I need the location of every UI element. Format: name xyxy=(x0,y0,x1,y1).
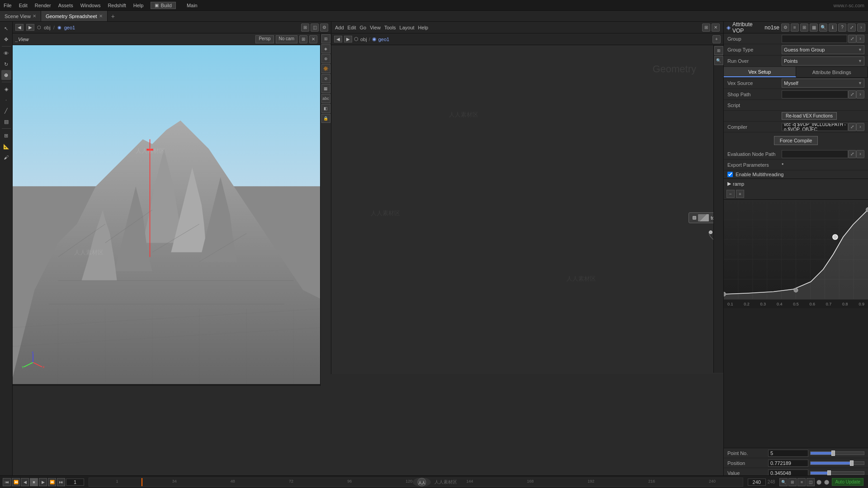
addr-back[interactable]: ◀ xyxy=(15,24,24,31)
vp-tool-9[interactable]: 🔒 xyxy=(321,114,330,123)
ne-go[interactable]: Go xyxy=(360,25,367,30)
tab-geometry-spreadsheet-close[interactable]: ✕ xyxy=(99,14,103,19)
toolbar-view[interactable]: 👁 xyxy=(1,48,11,58)
toolbar-geo[interactable]: ◈ xyxy=(1,84,11,94)
tab-add-button[interactable]: + xyxy=(108,13,118,20)
addr-tool-3[interactable]: ⚙ xyxy=(320,23,328,32)
ne-view[interactable]: View xyxy=(370,25,381,30)
tl-zoom-in[interactable]: 🔍 xyxy=(779,478,788,486)
toolbar-snap[interactable]: ⊞ xyxy=(1,131,11,141)
rh-expand[interactable]: ⤢ xyxy=(848,23,856,32)
menu-redshift[interactable]: Redshift xyxy=(108,3,126,8)
ne-layout[interactable]: Layout xyxy=(400,25,415,30)
addr-forward[interactable]: ▶ xyxy=(26,24,34,31)
vp-tool-3[interactable]: ⊕ xyxy=(321,54,330,63)
ramp-plus[interactable]: + xyxy=(736,190,744,198)
value-slider[interactable] xyxy=(810,471,864,475)
ramp-collapse-icon[interactable]: ▶ xyxy=(727,181,731,187)
tab-scene-view[interactable]: Scene View ✕ xyxy=(0,11,41,21)
vp-tool-8[interactable]: ◧ xyxy=(321,104,330,113)
tl-step-fwd[interactable]: ⏩ xyxy=(48,478,56,486)
ramp-minus[interactable]: − xyxy=(726,190,735,198)
tab-attr-bindings[interactable]: Attribute Bindings xyxy=(796,67,868,77)
auto-update-button[interactable]: Auto Update xyxy=(832,478,863,486)
menu-windows[interactable]: Windows xyxy=(80,3,101,8)
toolbar-move[interactable]: ✥ xyxy=(1,34,11,44)
tl-play-back[interactable]: ◀ xyxy=(21,478,29,486)
tl-step-back[interactable]: ⏪ xyxy=(12,478,20,486)
tl-jump-start[interactable]: ⏮ xyxy=(3,478,11,486)
group-expand[interactable]: ⤢ xyxy=(848,35,856,43)
eval-node-path-input[interactable] xyxy=(782,150,848,158)
menu-render[interactable]: Render xyxy=(35,3,51,8)
addr-tool-1[interactable]: ⊞ xyxy=(301,23,309,32)
rh-chevron[interactable]: › xyxy=(857,23,865,32)
tl-more3[interactable]: ◫ xyxy=(807,478,815,486)
ramp-chart[interactable] xyxy=(724,200,868,299)
point-no-value[interactable]: 5 xyxy=(768,450,808,457)
tl-play[interactable]: ▶ xyxy=(39,478,47,486)
tl-stop[interactable]: ■ xyxy=(30,478,38,486)
compiler-value[interactable]: vcc -q $VOP_INCLUDEPATH -o $VOP_OBJEC xyxy=(782,123,848,131)
value-slider-thumb[interactable] xyxy=(827,470,831,476)
vp-tool-5[interactable]: ⊘ xyxy=(321,74,330,83)
eval-expand[interactable]: ⤢ xyxy=(848,150,856,158)
vp-tool-7[interactable]: abc xyxy=(321,94,330,103)
position-value[interactable]: 0.772189 xyxy=(768,460,808,467)
tab-vex-setup[interactable]: Vex Setup xyxy=(724,67,796,77)
ne-add[interactable]: Add xyxy=(335,25,344,30)
multithread-checkbox[interactable] xyxy=(727,172,733,177)
vp-tool-6[interactable]: ▦ xyxy=(321,84,330,93)
shop-path-expand[interactable]: ⤢ xyxy=(848,90,856,99)
ne-tools[interactable]: Tools xyxy=(384,25,396,30)
position-slider-thumb[interactable] xyxy=(850,460,854,466)
viewport-settings[interactable]: ⊞ xyxy=(299,35,307,43)
ne-help[interactable]: Help xyxy=(418,25,429,30)
toolbar-face[interactable]: ▤ xyxy=(1,117,11,127)
ne-edit[interactable]: Edit xyxy=(348,25,356,30)
toolbar-point[interactable]: · xyxy=(1,95,11,105)
rh-search[interactable]: 🔍 xyxy=(819,23,827,32)
ne-back[interactable]: ◀ xyxy=(334,36,342,42)
ne-right-2[interactable]: 🔍 xyxy=(714,56,723,65)
toolbar-select[interactable]: ↖ xyxy=(1,23,11,33)
shop-path-arrow[interactable]: › xyxy=(856,90,864,99)
viewport-close[interactable]: ✕ xyxy=(309,35,317,43)
point-no-slider-thumb[interactable] xyxy=(831,450,835,456)
viewport-3d[interactable]: 人人素材区 人人素材区 X Y Z xyxy=(13,45,320,384)
node-canvas[interactable]: Geometry 人人素材区 人人素材区 人人素材区 torus1 xyxy=(331,45,723,373)
frame-end-input[interactable]: 240 xyxy=(748,479,766,486)
reload-vex-button[interactable]: Re-load VEX Functions xyxy=(782,112,837,120)
toolbar-active[interactable]: ⊕ xyxy=(1,70,11,80)
ne-right-1[interactable]: ⊞ xyxy=(714,46,723,55)
menu-file[interactable]: File xyxy=(4,3,12,8)
toolbar-measure[interactable]: 📐 xyxy=(1,141,11,151)
tl-jump-end[interactable]: ⏭ xyxy=(57,478,65,486)
menu-assets[interactable]: Assets xyxy=(58,3,73,8)
toolbar-paint[interactable]: 🖌 xyxy=(1,152,11,162)
ne-path-add[interactable]: + xyxy=(712,35,721,43)
group-type-dropdown[interactable]: Guess from Group ▼ xyxy=(782,45,864,54)
shop-path-input[interactable] xyxy=(782,90,848,99)
build-button[interactable]: ▣ Build xyxy=(151,2,175,9)
tl-more1[interactable]: ⊞ xyxy=(788,478,797,486)
persp-button[interactable]: Persp xyxy=(255,35,274,43)
point-no-slider[interactable] xyxy=(810,451,864,455)
no-cam-button[interactable]: No cam xyxy=(276,35,297,43)
rh-info[interactable]: ℹ xyxy=(829,23,837,32)
vex-source-dropdown[interactable]: Myself ▼ xyxy=(782,79,864,88)
frame-input-top[interactable]: 1 xyxy=(66,479,84,486)
vp-tool-4[interactable]: 🔆 xyxy=(321,64,330,73)
rh-list[interactable]: ≡ xyxy=(791,23,799,32)
vp-tool-1[interactable]: ⊞ xyxy=(321,34,330,43)
torus1-output-dot[interactable] xyxy=(709,230,712,234)
toolbar-edge[interactable]: ╱ xyxy=(1,106,11,116)
run-over-dropdown[interactable]: Points ▼ xyxy=(782,56,864,66)
tab-geometry-spreadsheet[interactable]: Geometry Spreadsheet ✕ xyxy=(41,11,108,21)
compiler-arrow[interactable]: › xyxy=(856,123,864,131)
torus1-input[interactable] xyxy=(693,216,696,220)
position-slider[interactable] xyxy=(810,461,864,465)
toolbar-rotate[interactable]: ↻ xyxy=(1,59,11,69)
menu-help[interactable]: Help xyxy=(133,3,144,8)
group-input[interactable] xyxy=(782,35,847,43)
